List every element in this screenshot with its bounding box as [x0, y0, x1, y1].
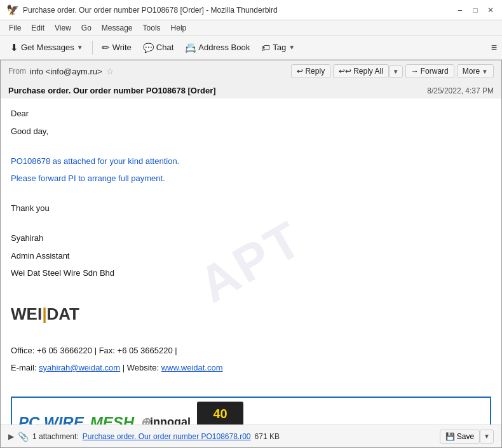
tag-dropdown-icon: ▼ [288, 44, 295, 51]
address-book-label: Address Book [198, 43, 250, 52]
more-dropdown-icon: ▼ [482, 68, 488, 75]
get-messages-button[interactable]: ⬇ Get Messages ▼ [5, 40, 88, 55]
menu-tools[interactable]: Tools [139, 22, 165, 34]
banner-mesh: MESH [90, 411, 134, 425]
save-button-group: 💾 Save ▼ [440, 430, 494, 444]
body-line1: PO108678 as attached for your kind atten… [11, 155, 491, 168]
main-content: From info <info@aym.ru> ☆ ↩ Reply ↩↩ Rep… [0, 60, 502, 448]
toolbar-sep-1 [92, 41, 93, 55]
good-day: Good day, [11, 125, 491, 138]
website-label: | Website: [120, 363, 161, 372]
reply-all-arrow-icon: ↩↩ [339, 67, 351, 76]
banner-innogal: ⊕innogal [140, 414, 191, 424]
menu-view[interactable]: View [51, 22, 75, 34]
save-button[interactable]: 💾 Save [440, 430, 480, 444]
reply-button[interactable]: ↩ Reply [291, 64, 330, 78]
save-dropdown-button[interactable]: ▼ [480, 430, 494, 444]
reply-arrow-icon: ↩ [297, 67, 303, 76]
anniversary-label: th Anniversary [202, 423, 238, 424]
menu-go[interactable]: Go [78, 22, 95, 34]
paperclip-icon: 📎 [18, 431, 29, 442]
email-body: APT Dear Good day, PO108678 as attached … [1, 98, 501, 424]
email-info: E-mail: syahirah@weidat.com | Website: w… [11, 362, 491, 374]
chat-icon: 💬 [143, 43, 154, 53]
from-label: From [8, 67, 26, 76]
save-icon: 💾 [445, 432, 455, 441]
tag-button[interactable]: 🏷 Tag ▼ [256, 41, 300, 55]
attachment-bar: ▶ 📎 1 attachment: Purchase order. Our or… [1, 424, 501, 447]
write-icon: ✏ [102, 42, 110, 53]
reply-all-dropdown-icon: ▼ [393, 68, 399, 75]
titlebar: 🦅 Purchase order. Our order number PO108… [0, 0, 502, 20]
email-date: 8/25/2022, 4:37 PM [427, 86, 494, 95]
body-line2: Please forward PI to arrange full paymen… [11, 172, 491, 185]
greeting: Dear [11, 107, 491, 120]
chat-label: Chat [156, 43, 173, 52]
more-label: More [463, 67, 480, 76]
forward-button[interactable]: → Forward [405, 64, 454, 78]
write-button[interactable]: ✏ Write [97, 40, 137, 55]
reply-all-dropdown-button[interactable]: ▼ [389, 65, 403, 78]
logo-wei: WEI [11, 302, 42, 327]
menu-edit[interactable]: Edit [27, 22, 48, 34]
sig-name: Syahirah [11, 232, 491, 245]
expand-attachment-icon[interactable]: ▶ [8, 432, 14, 441]
app-icon: 🦅 [6, 4, 19, 16]
logo-dat: DAT [46, 302, 79, 327]
banner-pc-wire: PC WIRE [18, 411, 84, 425]
tag-icon: 🏷 [261, 43, 270, 53]
logo-i: | [42, 302, 46, 327]
email-actions: ↩ Reply ↩↩ Reply All ▼ → Forward [291, 64, 494, 78]
forward-label: Forward [421, 67, 449, 76]
get-messages-icon: ⬇ [10, 42, 18, 53]
attachment-count: 1 attachment: [32, 432, 79, 441]
chat-button[interactable]: 💬 Chat [138, 41, 179, 55]
titlebar-left: 🦅 Purchase order. Our order number PO108… [6, 4, 278, 16]
website-link[interactable]: www.weidat.com [161, 363, 223, 372]
reply-all-button[interactable]: ↩↩ Reply All [333, 64, 389, 78]
more-button[interactable]: More ▼ [457, 64, 494, 78]
forward-arrow-icon: → [411, 67, 419, 76]
tag-label: Tag [273, 43, 286, 52]
save-dropdown-icon: ▼ [484, 433, 490, 440]
maximize-button[interactable]: □ [470, 5, 480, 15]
email-display: From info <info@aym.ru> ☆ ↩ Reply ↩↩ Rep… [0, 60, 502, 448]
sig-company: Wei Dat Steel Wire Sdn Bhd [11, 267, 491, 280]
thank-you: Thank you [11, 202, 491, 215]
banner-top: PC WIRE MESH ⊕innogal 40 th Anniversary … [18, 402, 243, 424]
window-title: Purchase order. Our order number PO10867… [23, 6, 278, 15]
get-messages-dropdown-icon[interactable]: ▼ [77, 44, 83, 51]
office-info: Office: +6 05 3666220 | Fax: +6 05 36652… [11, 344, 491, 357]
reply-button-group: ↩ Reply [291, 64, 330, 78]
anniversary-badge: 40 th Anniversary WEIDAT [197, 402, 243, 424]
minimize-button[interactable]: ‒ [455, 5, 465, 15]
attachment-size: 671 KB [255, 432, 280, 441]
close-button[interactable]: ✕ [485, 5, 496, 15]
get-messages-label: Get Messages [21, 43, 74, 52]
address-book-button[interactable]: 📇 Address Book [180, 41, 255, 55]
email-link[interactable]: syahirah@weidat.com [39, 363, 120, 372]
email-subject-row: Purchase order. Our order number PO10867… [1, 83, 501, 98]
menu-file[interactable]: File [5, 22, 25, 34]
reply-all-label: Reply All [353, 67, 383, 76]
attachment-left: ▶ 📎 1 attachment: Purchase order. Our or… [8, 431, 280, 442]
sig-title: Admin Assistant [11, 250, 491, 262]
body-content: Dear Good day, PO108678 as attached for … [11, 107, 491, 424]
star-icon[interactable]: ☆ [106, 66, 114, 76]
email-from-left: From info <info@aym.ru> ☆ [8, 66, 114, 76]
from-address: info <info@aym.ru> [30, 67, 102, 76]
email-subject: Purchase order. Our order number PO10867… [8, 86, 216, 95]
menu-help[interactable]: Help [167, 22, 191, 34]
toolbar: ⬇ Get Messages ▼ ✏ Write 💬 Chat 📇 Addres… [0, 36, 502, 60]
write-label: Write [112, 43, 132, 52]
reply-all-button-group: ↩↩ Reply All ▼ [333, 64, 403, 78]
attachment-filename[interactable]: Purchase order. Our order number PO10867… [83, 432, 251, 441]
more-button-group: More ▼ [457, 64, 494, 78]
address-book-icon: 📇 [185, 43, 196, 53]
save-label: Save [457, 432, 474, 441]
sig-logo: WEI | DAT [11, 302, 491, 327]
hamburger-menu-button[interactable]: ≡ [491, 42, 497, 53]
menu-message[interactable]: Message [98, 22, 137, 34]
reply-label: Reply [305, 67, 325, 76]
menubar: File Edit View Go Message Tools Help [0, 20, 502, 36]
